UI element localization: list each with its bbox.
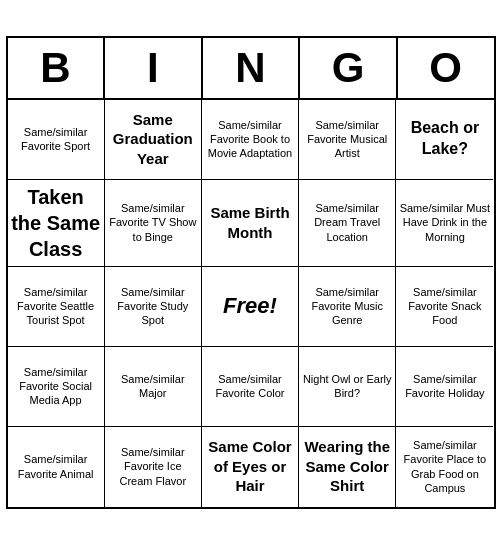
bingo-cell-1[interactable]: Same Graduation Year [105,100,202,180]
bingo-cell-6[interactable]: Same/similar Favorite TV Show to Binge [105,180,202,267]
bingo-cell-12[interactable]: Free! [202,267,299,347]
header-o: O [398,38,494,98]
bingo-cell-24[interactable]: Same/similar Favorite Place to Grab Food… [396,427,493,507]
header-b: B [8,38,106,98]
bingo-cell-0[interactable]: Same/similar Favorite Sport [8,100,105,180]
bingo-cell-13[interactable]: Same/similar Favorite Music Genre [299,267,396,347]
bingo-grid: Same/similar Favorite SportSame Graduati… [8,100,494,507]
bingo-cell-4[interactable]: Beach or Lake? [396,100,493,180]
bingo-cell-22[interactable]: Same Color of Eyes or Hair [202,427,299,507]
bingo-cell-15[interactable]: Same/similar Favorite Social Media App [8,347,105,427]
bingo-cell-18[interactable]: Night Owl or Early Bird? [299,347,396,427]
bingo-cell-9[interactable]: Same/similar Must Have Drink in the Morn… [396,180,493,267]
bingo-cell-14[interactable]: Same/similar Favorite Snack Food [396,267,493,347]
bingo-cell-17[interactable]: Same/similar Favorite Color [202,347,299,427]
bingo-cell-16[interactable]: Same/similar Major [105,347,202,427]
bingo-cell-5[interactable]: Taken the Same Class [8,180,105,267]
bingo-cell-2[interactable]: Same/similar Favorite Book to Movie Adap… [202,100,299,180]
bingo-cell-23[interactable]: Wearing the Same Color Shirt [299,427,396,507]
bingo-cell-10[interactable]: Same/similar Favorite Seattle Tourist Sp… [8,267,105,347]
header-g: G [300,38,398,98]
bingo-cell-19[interactable]: Same/similar Favorite Holiday [396,347,493,427]
bingo-cell-20[interactable]: Same/similar Favorite Animal [8,427,105,507]
header-n: N [203,38,301,98]
bingo-cell-11[interactable]: Same/similar Favorite Study Spot [105,267,202,347]
bingo-card: B I N G O Same/similar Favorite SportSam… [6,36,496,509]
bingo-cell-8[interactable]: Same/similar Dream Travel Location [299,180,396,267]
bingo-header: B I N G O [8,38,494,100]
header-i: I [105,38,203,98]
bingo-cell-21[interactable]: Same/similar Favorite Ice Cream Flavor [105,427,202,507]
bingo-cell-3[interactable]: Same/similar Favorite Musical Artist [299,100,396,180]
bingo-cell-7[interactable]: Same Birth Month [202,180,299,267]
